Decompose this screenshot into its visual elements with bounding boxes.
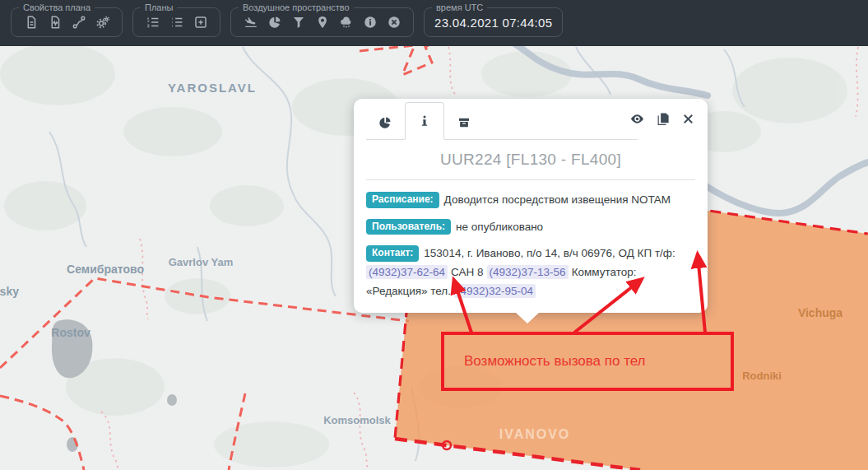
filter-icon bbox=[291, 15, 306, 30]
pie-chart-icon bbox=[267, 15, 282, 30]
user-row: Пользователь:не опубликовано bbox=[366, 218, 695, 237]
toolbar-button[interactable] bbox=[143, 12, 162, 32]
info-circle-icon bbox=[363, 15, 378, 30]
visibility-button[interactable] bbox=[629, 110, 645, 127]
schedule-row: Расписание:Доводится посредством извещен… bbox=[366, 191, 695, 210]
toolbar-button[interactable] bbox=[69, 12, 88, 32]
user-badge: Пользователь: bbox=[366, 219, 451, 235]
toolbar-button[interactable] bbox=[337, 12, 355, 32]
toolbar-button[interactable] bbox=[384, 12, 403, 32]
zone-title: UUR224 [FL130 - FL400] bbox=[354, 151, 708, 169]
text-segment: 153014, г. Иваново, п/о 14, в/ч 06976, О… bbox=[424, 247, 675, 259]
top-toolbar: Свойства плана bbox=[0, 0, 868, 46]
popup-body: Расписание:Доводится посредством извещен… bbox=[354, 180, 708, 300]
clear-icon bbox=[387, 15, 402, 30]
meteo-icon bbox=[339, 15, 354, 30]
group-label: время UTC bbox=[432, 2, 487, 13]
tab-zones[interactable] bbox=[365, 105, 405, 140]
toolbar-button[interactable] bbox=[21, 12, 40, 32]
tab-archive[interactable] bbox=[444, 105, 484, 140]
ordered-list-icon bbox=[146, 15, 160, 30]
route-icon bbox=[72, 15, 86, 30]
contact-badge: Контакт: bbox=[366, 245, 419, 262]
group-label: Свойства плана bbox=[19, 2, 95, 13]
toolbar-button[interactable] bbox=[45, 12, 64, 32]
toolbar-button[interactable] bbox=[167, 12, 186, 32]
airspace-planner-app: YAROSLAVL Семибратово Gavrlov Yam osky R… bbox=[0, 0, 868, 470]
utc-time-value: 23.04.2021 07:44:05 bbox=[432, 16, 555, 30]
toolbar-button[interactable] bbox=[265, 12, 284, 32]
contact-row: Контакт:153014, г. Иваново, п/о 14, в/ч … bbox=[366, 244, 695, 300]
copy-icon bbox=[655, 111, 671, 127]
text-segment[interactable]: (4932)37-13-56 bbox=[487, 265, 569, 279]
popup-caret bbox=[515, 312, 540, 323]
text-segment: САН 8 bbox=[451, 266, 483, 278]
map-marker-icon bbox=[315, 15, 330, 30]
tab-info[interactable] bbox=[405, 102, 444, 140]
text-segment: Доводится посредством извещения NOTAM bbox=[444, 193, 671, 206]
toolbar-button[interactable] bbox=[93, 12, 112, 32]
text-segment[interactable]: (4932)37-62-64 bbox=[366, 265, 448, 279]
toolbar-button[interactable] bbox=[360, 12, 379, 32]
toolbar-button[interactable] bbox=[191, 12, 210, 32]
file-waveform-icon bbox=[48, 15, 63, 30]
annotation-text: Возможность вызова по тел bbox=[464, 353, 646, 370]
tab-archive-icon bbox=[457, 115, 471, 130]
text-segment[interactable]: (4932)32-95-04 bbox=[454, 284, 536, 298]
toolbar-button[interactable] bbox=[241, 12, 260, 32]
tab-info-icon bbox=[417, 114, 432, 128]
close-button[interactable] bbox=[680, 110, 696, 127]
file-icon bbox=[24, 15, 39, 30]
close-icon bbox=[680, 111, 696, 127]
text-segment: не опубликовано bbox=[456, 221, 543, 233]
list-icon bbox=[169, 15, 184, 30]
eye-icon bbox=[629, 111, 645, 127]
plane-arrival-icon bbox=[244, 15, 258, 30]
annotation-box: Возможность вызова по тел bbox=[441, 332, 734, 391]
schedule-badge: Расписание: bbox=[366, 192, 439, 208]
gears-icon bbox=[95, 15, 110, 30]
group-label: Воздушное пространство bbox=[239, 2, 354, 13]
copy-button[interactable] bbox=[654, 110, 671, 127]
toolbar-button[interactable] bbox=[289, 12, 308, 32]
info-popup: UUR224 [FL130 - FL400] Расписание:Доводи… bbox=[354, 99, 708, 313]
group-plans: Планы bbox=[132, 7, 220, 37]
toolbar-button[interactable] bbox=[313, 12, 332, 32]
popup-actions bbox=[629, 110, 696, 127]
add-plan-icon bbox=[193, 15, 208, 30]
pie-chart-icon bbox=[378, 115, 392, 130]
group-airspace: Воздушное пространство bbox=[230, 7, 414, 37]
group-label: Планы bbox=[141, 2, 177, 13]
group-utc-clock: время UTC 23.04.2021 07:44:05 bbox=[424, 7, 563, 37]
group-plan-properties: Свойства плана bbox=[11, 7, 123, 37]
